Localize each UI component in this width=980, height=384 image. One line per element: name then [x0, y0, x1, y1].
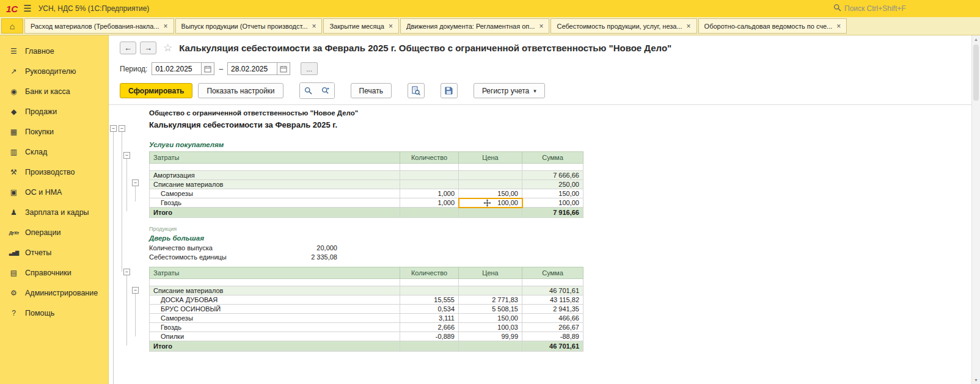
cell-sum[interactable]: 43 115,82 — [522, 295, 583, 305]
vertical-scrollbar[interactable]: ▲ ▼ — [971, 35, 980, 384]
cell-qty[interactable]: 1,000 — [400, 189, 459, 198]
close-icon[interactable]: × — [164, 22, 168, 31]
sidebar-item-otchety[interactable]: ▃▅▇ Отчеты — [0, 243, 108, 263]
favorite-star-icon[interactable]: ☆ — [163, 42, 172, 54]
cell-sum[interactable]: -88,89 — [522, 332, 583, 341]
sidebar-item-pokupki[interactable]: ▦ Покупки — [0, 122, 108, 142]
period-to-input[interactable] — [227, 62, 277, 75]
scroll-down-icon[interactable]: ▼ — [972, 378, 980, 382]
col-header-zatraty[interactable]: Затраты — [150, 152, 400, 164]
find-next-button[interactable] — [317, 83, 334, 98]
cell[interactable] — [522, 279, 583, 286]
tab-home[interactable]: ⌂ — [1, 18, 23, 34]
cell-price[interactable]: 2 771,83 — [459, 295, 522, 305]
tab-sebestoimost[interactable]: Себестоимость продукции, услуг, неза... … — [550, 18, 697, 34]
close-icon[interactable]: × — [389, 22, 393, 31]
cell-qty[interactable]: 1,000 — [400, 198, 459, 208]
tab-oborotno-saldovaya[interactable]: Оборотно-сальдовая ведомость по сче... × — [698, 18, 847, 34]
cell[interactable] — [459, 341, 522, 352]
cell-qty[interactable] — [400, 286, 459, 295]
collapse-group-icon[interactable]: − — [123, 152, 130, 159]
cell[interactable] — [150, 164, 400, 171]
col-header-summa[interactable]: Сумма — [522, 152, 583, 164]
calendar-icon[interactable] — [202, 62, 214, 75]
sidebar-item-prodazhi[interactable]: ◆ Продажи — [0, 102, 108, 122]
save-button[interactable] — [441, 83, 458, 98]
back-button[interactable]: ← — [120, 42, 136, 54]
cell[interactable] — [400, 341, 459, 352]
col-header-kolichestvo[interactable]: Количество — [400, 267, 459, 279]
cell-name[interactable]: ДОСКА ДУБОВАЯ — [150, 295, 400, 305]
calendar-icon[interactable] — [277, 62, 290, 75]
col-header-cena[interactable]: Цена — [459, 267, 522, 279]
cell-qty[interactable]: 15,555 — [400, 295, 459, 305]
collapse-group-icon[interactable]: − — [123, 269, 130, 275]
cell-sum[interactable]: 46 701,61 — [522, 286, 583, 295]
cell[interactable] — [459, 208, 522, 218]
col-header-kolichestvo[interactable]: Количество — [400, 152, 459, 164]
show-settings-button[interactable]: Показать настройки — [198, 83, 283, 98]
cell-price[interactable] — [459, 171, 522, 180]
cell-qty[interactable] — [400, 180, 459, 189]
find-button[interactable] — [300, 83, 317, 98]
register-menu-button[interactable]: Регистр учета ▾ — [474, 83, 545, 98]
sidebar-item-operacii[interactable]: Дт Кт Операции — [0, 223, 108, 243]
cell[interactable] — [459, 164, 522, 171]
cell-sum[interactable]: 266,67 — [522, 323, 583, 332]
cell-sum[interactable]: 150,00 — [522, 189, 583, 198]
sidebar-item-zarplata-i-kadry[interactable]: ♟ Зарплата и кадры — [0, 203, 108, 223]
cell-total-label[interactable]: Итого — [150, 208, 400, 218]
cell-name[interactable]: Опилки — [150, 332, 400, 341]
cell-total-label[interactable]: Итого — [150, 341, 400, 352]
forward-button[interactable]: → — [140, 42, 156, 54]
sidebar-item-administrirovanie[interactable]: ⚙ Администрирование — [0, 283, 108, 303]
global-search[interactable] — [833, 3, 974, 14]
generate-button[interactable]: Сформировать — [120, 83, 192, 98]
cell-sum[interactable]: 100,00 — [522, 198, 583, 208]
cell-qty[interactable] — [400, 171, 459, 180]
tab-dvizheniya-dokumenta[interactable]: Движения документа: Регламентная оп... × — [400, 18, 549, 34]
cell-total-sum[interactable]: 46 701,61 — [522, 341, 583, 352]
collapse-group-icon[interactable]: − — [110, 125, 117, 132]
col-header-summa[interactable]: Сумма — [522, 267, 583, 279]
scrollbar-thumb[interactable] — [973, 45, 979, 101]
cell[interactable] — [522, 164, 583, 171]
cell-name[interactable]: Саморезы — [150, 314, 400, 323]
sidebar-item-rukovoditelyu[interactable]: ↗ Руководителю — [0, 62, 108, 82]
close-icon[interactable]: × — [539, 22, 543, 31]
collapse-group-icon[interactable]: − — [132, 179, 139, 186]
cell-qty[interactable]: 3,111 — [400, 314, 459, 323]
cell-price[interactable]: 150,00 — [459, 189, 522, 198]
cell-name[interactable]: Амортизация — [150, 171, 400, 180]
sidebar-item-glavnoe[interactable]: ☰ Главное — [0, 42, 108, 62]
cell-name[interactable]: Списание материалов — [150, 180, 400, 189]
print-button[interactable]: Печать — [351, 83, 392, 98]
cell-name[interactable]: Гвоздь — [150, 323, 400, 332]
cell-price[interactable]: 99,99 — [459, 332, 522, 341]
cell-sum[interactable]: 466,66 — [522, 314, 583, 323]
cell-qty[interactable]: 2,666 — [400, 323, 459, 332]
close-icon[interactable]: × — [687, 22, 691, 31]
col-header-zatraty[interactable]: Затраты — [150, 267, 400, 279]
cell-qty[interactable]: 0,534 — [400, 305, 459, 314]
sidebar-item-sklad[interactable]: ▥ Склад — [0, 142, 108, 162]
preview-button[interactable] — [408, 83, 425, 98]
cell[interactable] — [400, 208, 459, 218]
info-label[interactable]: Количество выпуска — [149, 244, 286, 252]
close-icon[interactable]: × — [836, 22, 841, 31]
cell[interactable] — [459, 279, 522, 286]
cell-price[interactable] — [459, 180, 522, 189]
close-icon[interactable]: × — [312, 22, 316, 31]
info-label[interactable]: Себестоимость единицы — [149, 253, 286, 261]
tab-vypusk-produkcii[interactable]: Выпуск продукции (Отчеты производст... × — [175, 18, 323, 34]
sidebar-item-pomosch[interactable]: ? Помощь — [0, 303, 108, 324]
selected-cell[interactable]: 100,00 — [459, 198, 522, 208]
cell[interactable] — [400, 279, 459, 286]
sidebar-item-proizvodstvo[interactable]: ⚒ Производство — [0, 162, 108, 183]
main-menu-icon[interactable]: ☰ — [23, 3, 31, 14]
collapse-group-icon[interactable]: − — [132, 287, 139, 294]
col-header-cena[interactable]: Цена — [459, 152, 522, 164]
cell-qty[interactable]: -0,889 — [400, 332, 459, 341]
global-search-input[interactable] — [844, 4, 960, 13]
cell-sum[interactable]: 7 666,66 — [522, 171, 583, 180]
